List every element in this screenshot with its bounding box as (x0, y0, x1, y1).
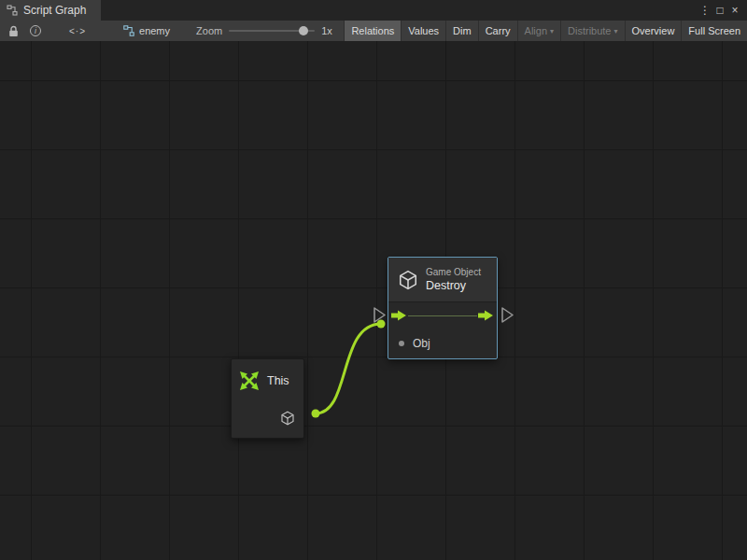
game-object-cube-icon (398, 270, 418, 290)
toolbar-button-dim[interactable]: Dim (445, 21, 478, 41)
zoom-label: Zoom (196, 25, 222, 36)
close-icon[interactable]: × (727, 0, 742, 21)
toolbar-button-label: Full Screen (688, 25, 740, 36)
toolbar-button-label: Values (408, 25, 439, 36)
toolbar-button-relations[interactable]: Relations (344, 21, 401, 41)
toolbar-button-label: Align (525, 25, 547, 36)
toolbar-button-carry[interactable]: Carry (478, 21, 517, 41)
connections-overlay (0, 41, 747, 560)
port-label: Obj (413, 337, 430, 350)
node-title: This (267, 374, 289, 387)
toolbar-button-label: Carry (486, 25, 511, 36)
info-icon[interactable]: i (28, 21, 43, 41)
flow-out-arrow-icon[interactable] (478, 310, 494, 321)
window-controls: ⋮ □ × (698, 0, 747, 21)
dropdown-caret-icon: ▾ (550, 27, 554, 35)
toolbar-button-label: Distribute (568, 25, 611, 36)
toolbar-button-label: Dim (453, 25, 472, 36)
value-input-port[interactable] (399, 341, 404, 346)
toolbar-button-overview[interactable]: Overview (625, 21, 682, 41)
tab-title: Script Graph (23, 4, 86, 17)
window-titlebar: Script Graph ⋮ □ × (0, 0, 747, 21)
connection-wire[interactable] (316, 324, 381, 413)
toolbar-button-label: Overview (632, 25, 675, 36)
flow-in-arrow-icon[interactable] (391, 310, 407, 321)
graph-asset-icon (123, 25, 134, 36)
code-icon[interactable]: <·> (69, 21, 86, 41)
node-destroy[interactable]: Game Object Destroy Obj (388, 257, 498, 359)
graph-canvas[interactable]: This Game Object Destroy (0, 41, 747, 560)
value-input-row: Obj (388, 329, 497, 350)
script-graph-tab-icon (7, 5, 18, 16)
control-flow-row (388, 302, 497, 329)
graph-toolbar: i <·> enemy Zoom 1x RelationsValuesDimCa… (0, 21, 747, 41)
toolbar-button-align: Align▾ (517, 21, 560, 41)
toolbar-button-values[interactable]: Values (401, 21, 445, 41)
game-object-cube-icon (280, 411, 295, 426)
tab-script-graph[interactable]: Script Graph (0, 0, 101, 21)
zoom-slider[interactable] (229, 30, 315, 32)
zoom-control: Zoom 1x (196, 25, 332, 36)
toolbar-buttons: RelationsValuesDimCarryAlign▾Distribute▾… (344, 21, 747, 41)
toolbar-button-distribute: Distribute▾ (560, 21, 624, 41)
toolbar-button-full-screen[interactable]: Full Screen (681, 21, 747, 41)
this-unit-icon (237, 369, 261, 393)
node-category: Game Object (426, 267, 481, 277)
relation-line (408, 315, 477, 316)
node-title: Destroy (426, 279, 481, 292)
kebab-menu-icon[interactable]: ⋮ (698, 0, 712, 21)
control-input-port[interactable] (374, 308, 385, 322)
graph-breadcrumb[interactable]: enemy (123, 25, 170, 36)
zoom-value: 1x (321, 25, 332, 36)
node-header: Game Object Destroy (388, 258, 497, 302)
connection-end-dot[interactable] (377, 320, 386, 329)
value-output-port[interactable] (312, 410, 320, 418)
maximize-icon[interactable]: □ (712, 0, 727, 21)
lock-icon[interactable] (6, 21, 21, 41)
graph-name: enemy (139, 25, 170, 36)
node-this[interactable]: This (231, 358, 304, 439)
dropdown-caret-icon: ▾ (614, 27, 618, 35)
zoom-knob[interactable] (299, 26, 308, 35)
control-output-port[interactable] (502, 308, 513, 322)
toolbar-button-label: Relations (351, 25, 394, 36)
